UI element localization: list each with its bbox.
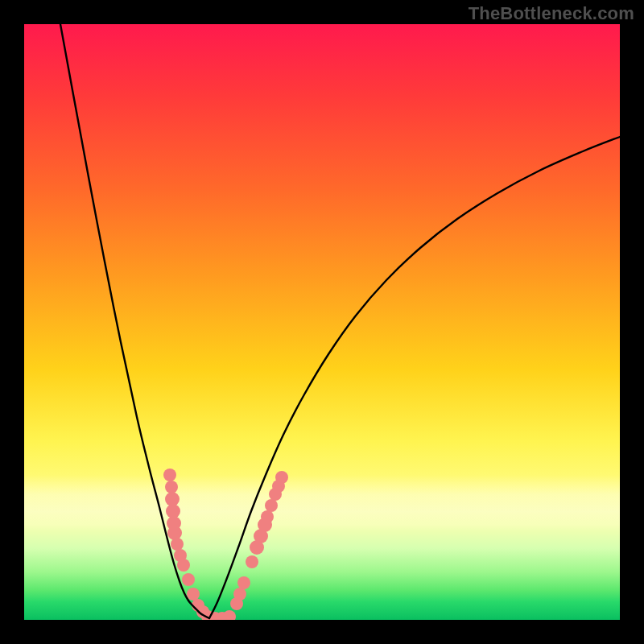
- scatter-dots: [163, 469, 288, 620]
- scatter-dot: [246, 555, 258, 568]
- scatter-dot: [165, 481, 178, 493]
- scatter-dot: [223, 610, 236, 620]
- scatter-dot: [261, 510, 274, 523]
- curve-right-branch: [209, 137, 620, 618]
- scatter-dot: [237, 576, 250, 589]
- watermark-text: TheBottleneck.com: [469, 3, 634, 24]
- scatter-dot: [171, 538, 184, 551]
- scatter-dot: [177, 559, 190, 572]
- scatter-dot: [182, 573, 195, 586]
- chart-svg: [24, 24, 620, 620]
- scatter-dot: [167, 526, 182, 540]
- chart-frame: TheBottleneck.com: [0, 0, 644, 644]
- scatter-dot: [163, 469, 176, 481]
- scatter-dot: [275, 471, 288, 484]
- scatter-dot: [187, 588, 200, 601]
- scatter-dot: [233, 588, 246, 601]
- curve-left-branch: [60, 24, 209, 618]
- plot-area: [24, 24, 620, 620]
- scatter-dot: [265, 499, 278, 512]
